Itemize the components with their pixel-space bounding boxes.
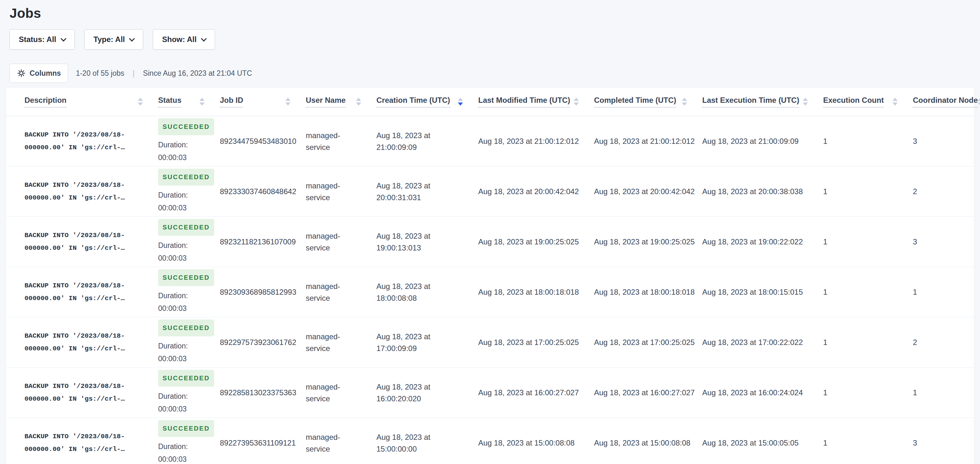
- last-execution-time-cell: Aug 18, 2023 at 17:00:22:022: [702, 336, 823, 348]
- table-header-row: Description Status Job ID User Name Crea…: [6, 88, 974, 116]
- job-id-cell: 892333037460848642: [220, 185, 306, 197]
- chevron-down-icon: [129, 36, 135, 41]
- execution-count-cell: 1: [823, 286, 913, 298]
- column-header-last-modified-time[interactable]: Last Modified Time (UTC): [478, 96, 594, 108]
- status-badge: SUCCEEDED: [158, 420, 214, 437]
- job-id-cell: 892344759453483010: [220, 135, 306, 147]
- column-header-label: Last Modified Time (UTC): [478, 96, 570, 108]
- job-description-link[interactable]: BACKUP INTO '/2023/08/18- 000000.00' IN …: [24, 229, 158, 255]
- duration-label: Duration:: [158, 289, 212, 302]
- sort-down-arrow-icon: [978, 102, 980, 106]
- job-description-line1: BACKUP INTO '/2023/08/18-: [24, 380, 151, 393]
- column-header-status[interactable]: Status: [158, 96, 220, 108]
- filter-status-button[interactable]: Status: All: [10, 29, 75, 49]
- since-text: Since Aug 16, 2023 at 21:04 UTC: [143, 69, 252, 78]
- sort-icon[interactable]: [356, 98, 361, 106]
- sort-down-arrow-icon: [682, 102, 687, 106]
- user-name-cell: managed-service: [306, 431, 357, 455]
- last-modified-time-cell: Aug 18, 2023 at 19:00:25:025: [478, 236, 594, 247]
- job-description-link[interactable]: BACKUP INTO '/2023/08/18- 000000.00' IN …: [24, 179, 158, 204]
- job-status-cell: SUCCEEDED Duration: 00:00:03: [158, 219, 220, 265]
- sort-up-arrow-icon: [458, 98, 463, 101]
- sort-up-arrow-icon: [803, 98, 808, 101]
- job-description-line2: 000000.00' IN 'gs://crl-…: [24, 292, 151, 305]
- job-id-cell: 892321182136107009: [220, 236, 306, 247]
- job-description-line2: 000000.00' IN 'gs://crl-…: [24, 242, 151, 255]
- sort-icon[interactable]: [138, 98, 143, 106]
- page-title: Jobs: [10, 6, 970, 21]
- job-description-line1: BACKUP INTO '/2023/08/18-: [24, 330, 151, 343]
- column-header-completed-time[interactable]: Completed Time (UTC): [594, 96, 702, 108]
- sort-icon[interactable]: [892, 98, 897, 106]
- column-header-user-name[interactable]: User Name: [306, 96, 376, 108]
- filter-show-button[interactable]: Show: All: [153, 29, 215, 49]
- status-badge: SUCCEEDED: [158, 319, 214, 336]
- user-name-cell: managed-service: [306, 129, 357, 153]
- sort-icon[interactable]: [803, 98, 808, 106]
- sort-icon[interactable]: [285, 98, 291, 106]
- duration-value: 00:00:03: [158, 453, 212, 464]
- columns-button[interactable]: Columns: [10, 64, 68, 83]
- duration-value: 00:00:03: [158, 403, 212, 415]
- job-description-link[interactable]: BACKUP INTO '/2023/08/18- 000000.00' IN …: [24, 279, 158, 305]
- completed-time-cell: Aug 18, 2023 at 15:00:08:08: [594, 437, 702, 449]
- job-description-link[interactable]: BACKUP INTO '/2023/08/18- 000000.00' IN …: [24, 380, 158, 405]
- column-header-last-execution-time[interactable]: Last Execution Time (UTC): [702, 96, 823, 108]
- filter-type-button[interactable]: Type: All: [84, 29, 143, 49]
- job-description-link[interactable]: BACKUP INTO '/2023/08/18- 000000.00' IN …: [24, 430, 158, 456]
- job-description-line2: 000000.00' IN 'gs://crl-…: [24, 343, 151, 355]
- sort-icon[interactable]: [978, 98, 980, 106]
- filter-bar: Status: All Type: All Show: All: [10, 29, 970, 49]
- execution-count-cell: 1: [823, 135, 913, 147]
- job-description-line1: BACKUP INTO '/2023/08/18-: [24, 430, 151, 443]
- columns-button-label: Columns: [30, 69, 61, 78]
- column-header-execution-count[interactable]: Execution Count: [823, 96, 913, 108]
- jobs-page: Jobs Status: All Type: All Show: All: [0, 6, 980, 464]
- duration-value: 00:00:03: [158, 352, 212, 365]
- sort-down-arrow-icon: [356, 102, 361, 106]
- sort-icon[interactable]: [574, 98, 579, 106]
- job-status-cell: SUCCEEDED Duration: 00:00:03: [158, 319, 220, 365]
- toolbar-divider: |: [132, 69, 135, 78]
- last-modified-time-cell: Aug 18, 2023 at 18:00:18:018: [478, 286, 594, 298]
- completed-time-cell: Aug 18, 2023 at 18:00:18:018: [594, 286, 702, 298]
- job-description-line2: 000000.00' IN 'gs://crl-…: [24, 443, 151, 456]
- job-description-link[interactable]: BACKUP INTO '/2023/08/18- 000000.00' IN …: [24, 129, 158, 154]
- user-name-cell: managed-service: [306, 281, 357, 304]
- sort-icon[interactable]: [458, 98, 463, 106]
- user-name-cell: managed-service: [306, 331, 357, 354]
- column-header-description[interactable]: Description: [24, 96, 158, 108]
- sort-icon[interactable]: [199, 98, 205, 106]
- status-badge: SUCCEEDED: [158, 219, 214, 236]
- table-toolbar: Columns 1-20 of 55 jobs | Since Aug 16, …: [10, 64, 970, 83]
- creation-time-cell: Aug 18, 2023 at 17:00:09:09: [376, 331, 466, 354]
- table-row: BACKUP INTO '/2023/08/18- 000000.00' IN …: [6, 166, 974, 217]
- coordinator-node-cell: 3: [913, 236, 967, 247]
- column-header-label: Job ID: [220, 96, 243, 108]
- execution-count-cell: 1: [823, 437, 913, 449]
- execution-count-cell: 1: [823, 236, 913, 247]
- duration-label: Duration:: [158, 239, 212, 252]
- job-status-cell: SUCCEEDED Duration: 00:00:03: [158, 269, 220, 315]
- column-header-creation-time[interactable]: Creation Time (UTC): [376, 96, 478, 108]
- coordinator-node-cell: 1: [913, 387, 967, 399]
- user-name-cell: managed-service: [306, 381, 357, 405]
- job-description-link[interactable]: BACKUP INTO '/2023/08/18- 000000.00' IN …: [24, 330, 158, 355]
- last-modified-time-cell: Aug 18, 2023 at 21:00:12:012: [478, 135, 594, 147]
- column-header-label: Status: [158, 96, 181, 108]
- column-header-label: Completed Time (UTC): [594, 96, 676, 108]
- jobs-table: Description Status Job ID User Name Crea…: [6, 87, 974, 464]
- job-description-line1: BACKUP INTO '/2023/08/18-: [24, 229, 151, 242]
- column-header-job-id[interactable]: Job ID: [220, 96, 306, 108]
- column-header-coordinator-node[interactable]: Coordinator Node: [913, 96, 967, 108]
- table-body: BACKUP INTO '/2023/08/18- 000000.00' IN …: [6, 116, 974, 464]
- coordinator-node-cell: 2: [913, 185, 967, 197]
- job-description-line1: BACKUP INTO '/2023/08/18-: [24, 179, 151, 191]
- sort-icon[interactable]: [682, 98, 687, 106]
- last-execution-time-cell: Aug 18, 2023 at 19:00:22:022: [702, 236, 823, 247]
- user-name-cell: managed-service: [306, 230, 357, 254]
- coordinator-node-cell: 2: [913, 336, 967, 348]
- duration-value: 00:00:03: [158, 201, 212, 214]
- filter-status-label: Status: All: [19, 35, 56, 44]
- job-description-line2: 000000.00' IN 'gs://crl-…: [24, 191, 151, 204]
